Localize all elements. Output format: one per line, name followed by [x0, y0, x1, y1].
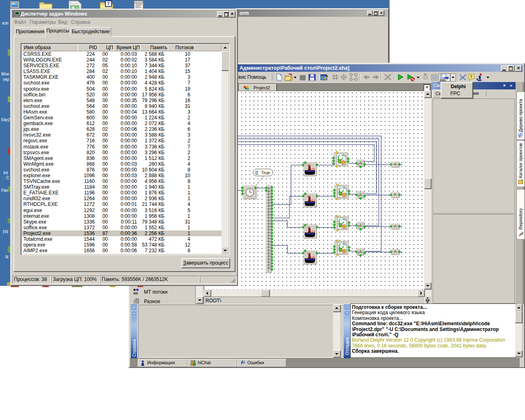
svg-text:[]: []: [256, 171, 258, 175]
svg-text:10: 10: [307, 194, 310, 198]
svg-text:0101: 0101: [440, 79, 446, 82]
svg-text:10: 10: [307, 251, 310, 255]
svg-text::10: :10: [310, 199, 315, 202]
svg-text:?: ?: [470, 75, 472, 79]
svg-text:10: 10: [307, 226, 310, 229]
svg-text::10: :10: [310, 256, 315, 259]
svg-text:True: True: [261, 170, 270, 175]
svg-text:10: 10: [307, 163, 310, 167]
svg-text::10: :10: [310, 230, 315, 233]
svg-text:7: 7: [107, 1, 110, 6]
svg-text:mt: mt: [133, 291, 138, 295]
svg-text::10: :10: [310, 167, 315, 171]
